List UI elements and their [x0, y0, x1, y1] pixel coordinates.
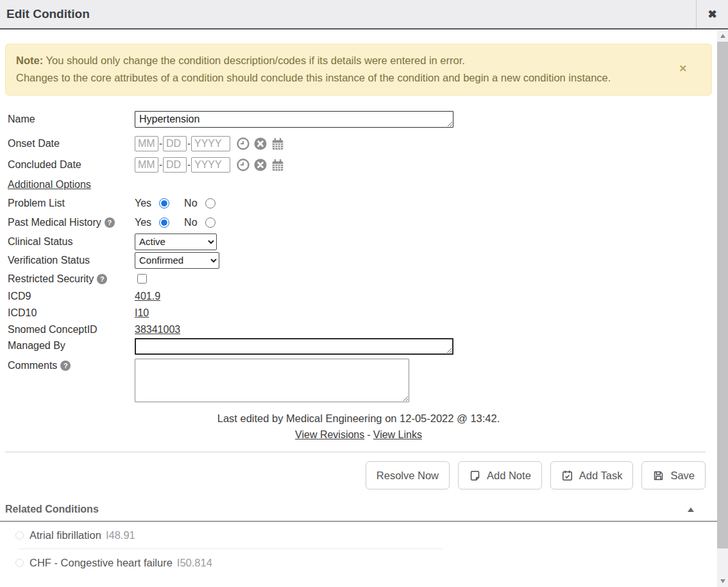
- comments-input[interactable]: [135, 359, 409, 402]
- condition-code: I48.91: [106, 529, 135, 541]
- concluded-day-input[interactable]: [163, 157, 187, 173]
- onset-year-input[interactable]: [191, 136, 230, 151]
- pmh-yes-label: Yes: [135, 217, 151, 228]
- save-button[interactable]: Save: [641, 461, 706, 489]
- related-conditions-section: Related Conditions Atrial fibrillation I…: [0, 504, 717, 576]
- onset-date-label: Onset Date: [8, 138, 135, 149]
- name-input[interactable]: Hypertension: [135, 111, 453, 128]
- condition-form: Name Hypertension Onset Date - - Concl: [8, 111, 717, 405]
- onset-day-input[interactable]: [163, 136, 187, 151]
- add-task-button[interactable]: Add Task: [550, 461, 634, 489]
- problem-list-yes-label: Yes: [135, 198, 151, 209]
- scroll-up-icon[interactable]: [717, 31, 728, 41]
- date-separator: -: [187, 138, 190, 149]
- icd9-code-link[interactable]: 401.9: [135, 291, 160, 302]
- date-separator: -: [187, 159, 190, 170]
- concluded-time-icon[interactable]: [236, 158, 250, 172]
- onset-date-row: Onset Date - -: [8, 133, 717, 154]
- pmh-yes-radio[interactable]: [159, 217, 169, 228]
- onset-month-input[interactable]: [135, 136, 158, 151]
- scrollbar-thumb[interactable]: [717, 42, 728, 549]
- save-icon: [652, 470, 665, 482]
- onset-calendar-icon[interactable]: [271, 137, 285, 151]
- concluded-calendar-icon[interactable]: [271, 158, 285, 172]
- problem-list-no-label: No: [184, 198, 197, 209]
- name-label: Name: [8, 114, 135, 125]
- section-divider: [5, 452, 706, 452]
- calendar-task-icon: [561, 470, 573, 482]
- dialog-title: Edit Condition: [0, 7, 90, 21]
- managed-by-input[interactable]: [135, 338, 453, 355]
- snomed-label: Snomed ConceptID: [8, 324, 135, 336]
- concluded-month-input[interactable]: [135, 157, 158, 173]
- additional-options-row: Additional Options: [8, 175, 717, 194]
- help-icon[interactable]: ?: [105, 217, 115, 228]
- add-note-button[interactable]: Add Note: [458, 461, 542, 489]
- dialog-body: Note: You should only change the conditi…: [0, 31, 717, 587]
- action-buttons: Resolve Now Add Note Add Task Save: [0, 461, 706, 489]
- note-dismiss-icon[interactable]: ✕: [679, 64, 687, 73]
- onset-clear-icon[interactable]: [253, 137, 267, 151]
- comments-row: Comments?: [8, 359, 717, 405]
- collapse-caret-icon[interactable]: [688, 507, 694, 512]
- problem-list-row: Problem List Yes No: [8, 194, 717, 213]
- past-medical-history-row: Past Medical History? Yes No: [8, 213, 717, 232]
- note-text: Note: You should only change the conditi…: [16, 52, 635, 87]
- note-label: Note:: [16, 55, 43, 66]
- help-icon[interactable]: ?: [97, 274, 107, 284]
- close-icon[interactable]: ✖: [696, 0, 728, 28]
- scroll-down-icon[interactable]: [717, 576, 728, 586]
- pmh-no-radio[interactable]: [205, 217, 216, 228]
- dialog-titlebar: Edit Condition ✖: [0, 0, 728, 30]
- related-conditions-header: Related Conditions: [0, 504, 717, 522]
- pmh-no-label: No: [184, 217, 197, 228]
- vertical-scrollbar[interactable]: [717, 31, 728, 587]
- name-row: Name Hypertension: [8, 111, 717, 133]
- revision-links: View Revisions-View Links: [0, 429, 717, 441]
- problem-list-no-radio[interactable]: [205, 198, 216, 208]
- concluded-date-label: Concluded Date: [8, 159, 135, 171]
- managed-by-label: Managed By: [8, 340, 135, 352]
- condition-code: I50.814: [177, 557, 212, 569]
- concluded-date-row: Concluded Date - -: [8, 154, 717, 175]
- help-icon[interactable]: ?: [60, 361, 71, 371]
- related-condition-row[interactable]: Atrial fibrillation I48.91: [0, 522, 717, 549]
- past-medical-history-label: Past Medical History: [8, 217, 101, 228]
- related-condition-row[interactable]: CHF - Congestive heart failure I50.814: [0, 549, 717, 576]
- condition-bullet-icon: [15, 531, 24, 540]
- concluded-year-input[interactable]: [191, 157, 230, 173]
- edit-condition-dialog: Edit Condition ✖ Note: You should only c…: [0, 0, 728, 587]
- comments-label: Comments: [8, 360, 57, 371]
- additional-options-link[interactable]: Additional Options: [8, 179, 91, 191]
- condition-bullet-icon: [15, 559, 24, 567]
- last-edited-text: Last edited by Medical Engineering on 12…: [0, 413, 717, 425]
- related-conditions-title: Related Conditions: [5, 504, 99, 515]
- clinical-status-row: Clinical Status Active: [8, 232, 717, 251]
- resolve-now-button[interactable]: Resolve Now: [366, 461, 450, 489]
- onset-time-icon[interactable]: [236, 137, 250, 151]
- icd10-code-link[interactable]: I10: [135, 307, 149, 319]
- view-links-link[interactable]: View Links: [373, 429, 422, 440]
- verification-status-row: Verification Status Confirmed: [8, 251, 717, 269]
- icd9-row: ICD9 401.9: [8, 288, 717, 305]
- verification-status-select[interactable]: Confirmed: [135, 252, 219, 269]
- icd10-row: ICD10 I10: [8, 305, 717, 321]
- snomed-row: Snomed ConceptID 38341003: [8, 321, 717, 338]
- managed-by-row: Managed By: [8, 338, 717, 359]
- restricted-security-label: Restricted Security: [8, 273, 94, 285]
- problem-list-yes-radio[interactable]: [159, 198, 169, 208]
- icd10-label: ICD10: [8, 307, 135, 319]
- restricted-security-checkbox[interactable]: [137, 274, 147, 284]
- link-separator: -: [367, 429, 371, 440]
- concluded-clear-icon[interactable]: [253, 158, 267, 172]
- note-icon: [469, 470, 481, 482]
- date-separator: -: [159, 138, 162, 149]
- view-revisions-link[interactable]: View Revisions: [295, 429, 364, 440]
- restricted-security-row: Restricted Security?: [8, 269, 717, 288]
- verification-status-label: Verification Status: [8, 255, 135, 266]
- snomed-code-link[interactable]: 38341003: [135, 324, 180, 336]
- condition-name: Atrial fibrillation: [30, 529, 101, 541]
- note-line1: You should only change the condition des…: [43, 55, 465, 66]
- problem-list-label: Problem List: [8, 198, 135, 209]
- clinical-status-select[interactable]: Active: [135, 234, 217, 250]
